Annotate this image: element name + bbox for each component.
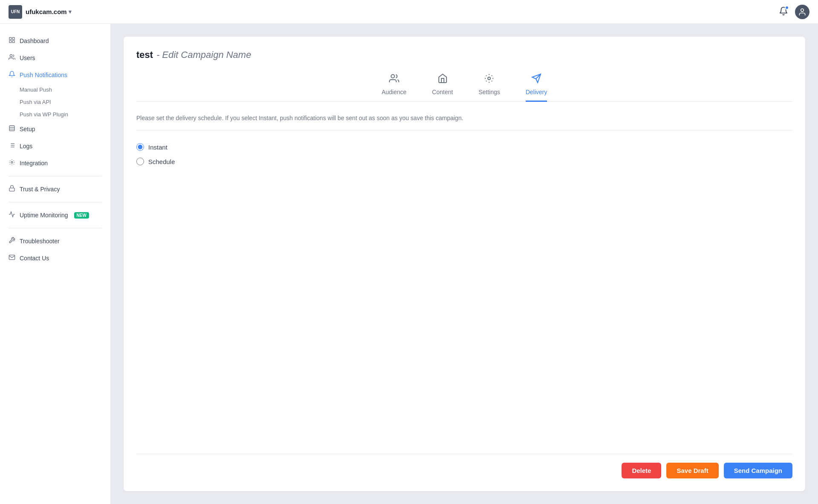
sidebar-item-dashboard[interactable]: Dashboard bbox=[0, 32, 110, 49]
save-draft-button[interactable]: Save Draft bbox=[666, 463, 718, 478]
sidebar-item-integration[interactable]: Integration bbox=[0, 155, 110, 172]
campaign-card: test - Edit Campaign Name Audience Conte… bbox=[124, 37, 805, 491]
sidebar-item-label: Trust & Privacy bbox=[20, 186, 60, 193]
sidebar-subitem-manual-push[interactable]: Manual Push bbox=[0, 84, 110, 96]
sidebar-item-label: Integration bbox=[20, 160, 48, 167]
user-avatar[interactable] bbox=[795, 5, 809, 19]
delivery-icon bbox=[531, 73, 541, 86]
card-footer: Delete Save Draft Send Campaign bbox=[136, 454, 792, 478]
instant-label: Instant bbox=[148, 144, 167, 151]
tab-content[interactable]: Content bbox=[432, 73, 453, 102]
tab-label: Settings bbox=[478, 89, 500, 95]
topbar-left: UFN ufukcam.com ▾ bbox=[9, 5, 72, 19]
settings-icon bbox=[484, 73, 494, 86]
svg-rect-1 bbox=[9, 37, 12, 40]
svg-point-5 bbox=[10, 55, 12, 57]
svg-point-0 bbox=[801, 9, 804, 12]
topbar: UFN ufukcam.com ▾ bbox=[0, 0, 818, 24]
svg-rect-6 bbox=[9, 126, 14, 131]
layout: Dashboard Users Push Notifications Manua… bbox=[0, 24, 818, 504]
sidebar-item-logs[interactable]: Logs bbox=[0, 138, 110, 155]
new-badge: NEW bbox=[74, 212, 89, 219]
sidebar-item-label: Logs bbox=[20, 143, 32, 150]
tool-icon bbox=[9, 237, 15, 245]
svg-rect-4 bbox=[9, 40, 12, 43]
schedule-option[interactable]: Schedule bbox=[136, 158, 792, 165]
tab-label: Audience bbox=[382, 89, 406, 95]
schedule-radio[interactable] bbox=[136, 158, 144, 165]
tab-settings[interactable]: Settings bbox=[478, 73, 500, 102]
sidebar-item-contact-us[interactable]: Contact Us bbox=[0, 250, 110, 267]
logs-icon bbox=[9, 142, 15, 150]
mail-icon bbox=[9, 254, 15, 262]
sidebar-item-troubleshooter[interactable]: Troubleshooter bbox=[0, 233, 110, 250]
sidebar-item-label: Push Notifications bbox=[20, 72, 67, 78]
sidebar-item-label: Setup bbox=[20, 126, 35, 132]
delete-button[interactable]: Delete bbox=[622, 463, 661, 478]
svg-rect-3 bbox=[12, 40, 14, 43]
users-icon bbox=[9, 54, 15, 62]
setup-icon bbox=[9, 125, 15, 133]
app-logo: UFN bbox=[9, 5, 22, 19]
integration-icon bbox=[9, 159, 15, 167]
sidebar-item-trust-privacy[interactable]: Trust & Privacy bbox=[0, 181, 110, 198]
sidebar-divider-2 bbox=[9, 202, 102, 202]
sidebar-item-users[interactable]: Users bbox=[0, 49, 110, 66]
delivery-options: Instant Schedule bbox=[136, 143, 792, 165]
content-icon bbox=[438, 73, 448, 86]
sidebar-subitem-push-via-wp[interactable]: Push via WP Plugin bbox=[0, 108, 110, 121]
subitem-label: Push via WP Plugin bbox=[20, 111, 68, 118]
instant-option[interactable]: Instant bbox=[136, 143, 792, 151]
svg-point-17 bbox=[391, 75, 395, 78]
svg-point-18 bbox=[488, 77, 490, 80]
audience-icon bbox=[389, 73, 399, 86]
sidebar-item-label: Uptime Monitoring bbox=[20, 212, 68, 219]
tab-delivery[interactable]: Delivery bbox=[526, 73, 547, 102]
sidebar-item-uptime-monitoring[interactable]: Uptime Monitoring NEW bbox=[0, 207, 110, 224]
svg-rect-2 bbox=[12, 37, 14, 40]
sidebar-item-label: Dashboard bbox=[20, 37, 49, 44]
sidebar-item-label: Troubleshooter bbox=[20, 238, 60, 245]
subitem-label: Push via API bbox=[20, 99, 51, 105]
lock-icon bbox=[9, 185, 15, 193]
sidebar-item-push-notifications[interactable]: Push Notifications bbox=[0, 66, 110, 84]
tab-label: Content bbox=[432, 89, 453, 95]
send-campaign-button[interactable]: Send Campaign bbox=[724, 463, 792, 478]
sidebar-item-label: Users bbox=[20, 55, 35, 61]
sidebar-item-setup[interactable]: Setup bbox=[0, 121, 110, 138]
notification-bell[interactable] bbox=[779, 6, 788, 17]
chevron-down-icon: ▾ bbox=[69, 9, 72, 15]
bell-icon bbox=[9, 71, 15, 79]
heartbeat-icon bbox=[9, 211, 15, 219]
sidebar-subitem-push-via-api[interactable]: Push via API bbox=[0, 96, 110, 108]
tab-audience[interactable]: Audience bbox=[382, 73, 406, 102]
notification-dot bbox=[785, 6, 789, 10]
subitem-label: Manual Push bbox=[20, 86, 52, 93]
sidebar-divider-3 bbox=[9, 228, 102, 228]
edit-campaign-name-link[interactable]: - Edit Campaign Name bbox=[156, 49, 251, 60]
sidebar-item-label: Contact Us bbox=[20, 255, 49, 262]
svg-rect-16 bbox=[9, 188, 14, 191]
sidebar-divider-1 bbox=[9, 176, 102, 176]
campaign-tabs: Audience Content Settings bbox=[136, 73, 792, 102]
delivery-description: Please set the delivery schedule. If you… bbox=[136, 115, 792, 130]
topbar-right bbox=[779, 5, 809, 19]
tab-label: Delivery bbox=[526, 89, 547, 95]
campaign-name: test bbox=[136, 49, 153, 60]
schedule-label: Schedule bbox=[148, 158, 175, 165]
svg-point-15 bbox=[11, 161, 13, 163]
main-content: test - Edit Campaign Name Audience Conte… bbox=[111, 24, 818, 504]
domain-selector[interactable]: ufukcam.com ▾ bbox=[26, 8, 72, 15]
sidebar: Dashboard Users Push Notifications Manua… bbox=[0, 24, 111, 504]
dashboard-icon bbox=[9, 37, 15, 45]
instant-radio[interactable] bbox=[136, 143, 144, 151]
campaign-title: test - Edit Campaign Name bbox=[136, 49, 792, 60]
